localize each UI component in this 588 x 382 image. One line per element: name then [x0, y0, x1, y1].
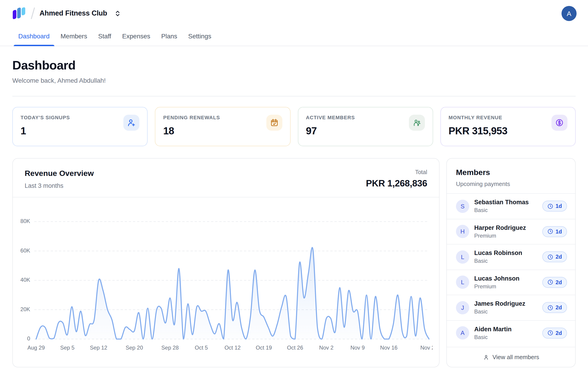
member-name: Sebastian Thomas	[474, 199, 537, 206]
x-axis-tick: Aug 29	[27, 344, 45, 351]
member-plan: Premium	[474, 283, 537, 290]
clock-icon	[547, 229, 553, 235]
member-plan: Basic	[474, 309, 537, 315]
member-plan: Premium	[474, 233, 537, 239]
clock-icon	[547, 254, 553, 260]
x-axis-tick: Sep 12	[90, 344, 107, 351]
revenue-chart-area: 020K40K60K80KAug 29Sep 5Sep 12Sep 20Sep …	[13, 197, 439, 357]
dashboard-page: Ahmed Fitness Club A DashboardMembersSta…	[0, 0, 588, 382]
member-row[interactable]: SSebastian ThomasBasic1d	[447, 193, 575, 219]
user-avatar[interactable]: A	[562, 6, 577, 21]
payment-due-badge: 1d	[542, 226, 567, 237]
member-row[interactable]: HHarper RodriguezPremium1d	[447, 219, 575, 244]
member-name: Harper Rodriguez	[474, 224, 537, 231]
x-axis-tick: Oct 5	[195, 344, 208, 351]
due-days: 2d	[556, 279, 562, 286]
section-divider	[12, 96, 576, 96]
page-title: Dashboard	[12, 59, 576, 73]
revenue-card-header: Revenue Overview Last 3 months Total PKR…	[13, 159, 439, 197]
breadcrumb-slash	[31, 8, 35, 19]
x-axis-tick: Oct 26	[287, 344, 303, 351]
x-axis-tick: Oct 12	[225, 344, 241, 351]
content-row: Revenue Overview Last 3 months Total PKR…	[12, 158, 576, 367]
clock-icon	[547, 279, 553, 285]
member-avatar: H	[456, 225, 469, 238]
stat-card-monthly-revenue: MONTHLY REVENUEPKR 315,953	[441, 107, 576, 146]
y-axis-tick: 60K	[20, 247, 30, 254]
member-name: Aiden Martin	[474, 326, 537, 333]
member-plan: Basic	[474, 207, 537, 214]
member-avatar: A	[456, 326, 469, 340]
tab-dashboard[interactable]: Dashboard	[15, 26, 53, 46]
due-days: 1d	[556, 203, 562, 210]
stat-card-today-s-signups: TODAY'S SIGNUPS1	[12, 107, 148, 146]
x-axis-tick: Nov 25	[420, 344, 433, 351]
revenue-card-period: Last 3 months	[25, 182, 94, 189]
member-row[interactable]: JJames RodriguezBasic2d	[447, 295, 575, 320]
y-axis-tick: 80K	[20, 218, 30, 224]
member-row[interactable]: AAiden MartinBasic2d	[447, 320, 575, 345]
member-row[interactable]: LLucas JohnsonPremium2d	[447, 269, 575, 295]
tab-expenses[interactable]: Expenses	[119, 26, 153, 46]
chevrons-up-down-icon	[114, 10, 121, 17]
top-bar: Ahmed Fitness Club A	[0, 0, 588, 26]
clock-icon	[547, 330, 553, 336]
stat-cards-row: TODAY'S SIGNUPS1PENDING RENEWALS18ACTIVE…	[12, 107, 576, 146]
revenue-card-title: Revenue Overview	[25, 169, 94, 178]
stat-card-active-members: ACTIVE MEMBERS97	[298, 107, 433, 146]
app-logo-icon	[12, 6, 26, 21]
member-avatar: L	[456, 276, 469, 289]
revenue-overview-card: Revenue Overview Last 3 months Total PKR…	[12, 158, 440, 367]
stat-label: MONTHLY REVENUE	[449, 115, 508, 120]
x-axis-tick: Nov 2	[319, 344, 334, 351]
organization-switcher-button[interactable]	[113, 9, 122, 18]
x-axis-tick: Oct 19	[256, 344, 272, 351]
members-list: SSebastian ThomasBasic1dHHarper Rodrigue…	[447, 193, 575, 345]
payment-due-badge: 2d	[542, 252, 567, 262]
member-row[interactable]: LLucas RobinsonBasic2d	[447, 244, 575, 269]
dollar-circle-icon	[551, 115, 567, 131]
welcome-message: Welcome back, Ahmed Abdullah!	[12, 77, 576, 84]
tab-members[interactable]: Members	[57, 26, 90, 46]
x-axis-tick: Sep 28	[161, 344, 179, 351]
payment-due-badge: 1d	[542, 201, 567, 212]
revenue-total-value: PKR 1,268,836	[366, 178, 427, 189]
members-panel-header: Members Upcoming payments	[447, 159, 575, 193]
y-axis-tick: 40K	[20, 277, 30, 283]
x-axis-tick: Sep 20	[126, 344, 143, 351]
tab-staff[interactable]: Staff	[95, 26, 114, 46]
payment-due-badge: 2d	[542, 302, 567, 313]
y-axis-tick: 0	[27, 335, 30, 341]
member-name: Lucas Johnson	[474, 275, 537, 282]
due-days: 1d	[556, 229, 562, 235]
stat-card-pending-renewals: PENDING RENEWALS18	[155, 107, 291, 146]
stat-label: ACTIVE MEMBERS	[306, 115, 355, 120]
stat-value: 97	[306, 125, 355, 137]
tab-plans[interactable]: Plans	[158, 26, 180, 46]
revenue-total-label: Total	[366, 169, 427, 175]
member-name: James Rodriguez	[474, 300, 537, 307]
payment-due-badge: 2d	[542, 328, 567, 339]
users-icon	[409, 115, 425, 131]
organization-name: Ahmed Fitness Club	[40, 9, 107, 17]
member-avatar: J	[456, 301, 469, 314]
member-plan: Basic	[474, 258, 537, 264]
tab-settings[interactable]: Settings	[185, 26, 214, 46]
member-name: Lucas Robinson	[474, 250, 537, 256]
x-axis-tick: Nov 16	[380, 344, 398, 351]
x-axis-tick: Sep 5	[60, 344, 74, 351]
view-all-members-button[interactable]: View all members	[447, 347, 575, 367]
members-panel-subtitle: Upcoming payments	[456, 180, 566, 187]
clock-icon	[547, 305, 553, 311]
stat-label: TODAY'S SIGNUPS	[21, 115, 70, 120]
members-panel: Members Upcoming payments SSebastian Tho…	[446, 158, 576, 367]
stat-label: PENDING RENEWALS	[163, 115, 220, 120]
main-nav: DashboardMembersStaffExpensesPlansSettin…	[0, 26, 588, 46]
user-plus-icon	[124, 115, 140, 131]
stat-value: 18	[163, 125, 220, 137]
brand: Ahmed Fitness Club	[12, 6, 122, 21]
user-icon	[483, 354, 489, 360]
stat-value: PKR 315,953	[449, 125, 508, 137]
clock-icon	[547, 203, 553, 209]
members-panel-title: Members	[456, 168, 566, 177]
